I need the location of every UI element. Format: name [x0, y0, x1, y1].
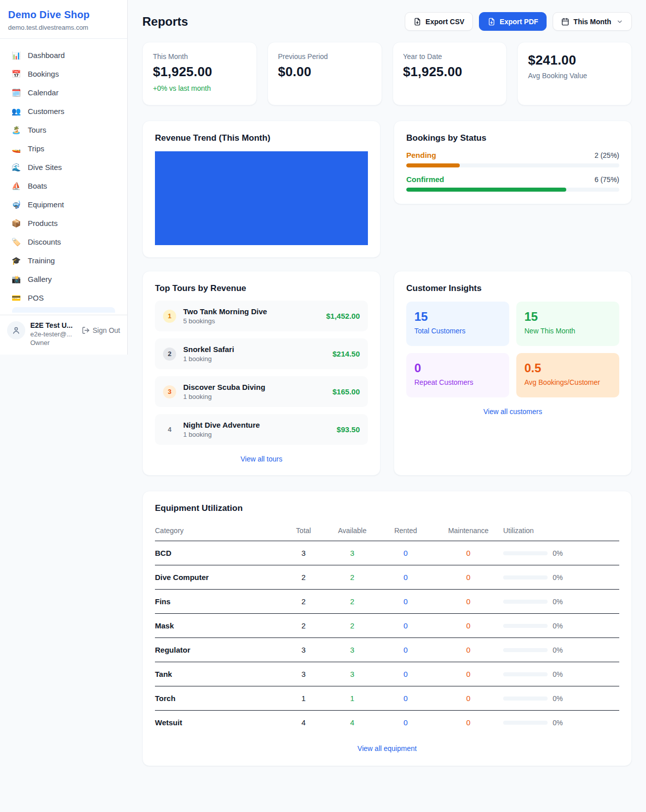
- tour-revenue: $1,452.00: [326, 312, 360, 320]
- sidebar-item-gallery[interactable]: 📸 Gallery: [6, 270, 121, 288]
- status-row-pending: Pending 2 (25%): [406, 151, 619, 167]
- period-dropdown[interactable]: This Month: [553, 12, 632, 31]
- cell-maintenance: 0: [434, 711, 503, 735]
- sidebar-item-training[interactable]: 🎓 Training: [6, 251, 121, 270]
- cell-utilization: 0%: [503, 638, 619, 662]
- insights-row: Top Tours by Revenue 1 Two Tank Morning …: [142, 271, 632, 476]
- sidebar-item-products[interactable]: 📦 Products: [6, 214, 121, 233]
- progress-fill-confirmed: [406, 188, 566, 192]
- cell-rented: 0: [378, 565, 434, 590]
- sidebar-item-dashboard[interactable]: 📊 Dashboard: [6, 46, 121, 65]
- cell-maintenance: 0: [434, 541, 503, 565]
- table-row: Tank 3 3 0 0 0%: [155, 662, 619, 686]
- sidebar-item-reports-clipped[interactable]: [12, 307, 115, 313]
- utilization-bar: [503, 575, 548, 579]
- status-value: 6 (75%): [595, 176, 619, 184]
- tour-name: Night Dive Adventure: [183, 421, 260, 429]
- table-row: Regulator 3 3 0 0 0%: [155, 638, 619, 662]
- top-tours-card: Top Tours by Revenue 1 Two Tank Morning …: [142, 271, 381, 476]
- view-all-customers-link[interactable]: View all customers: [406, 408, 619, 416]
- cell-category: Regulator: [155, 638, 280, 662]
- sidebar-item-equipment[interactable]: 🤿 Equipment: [6, 195, 121, 214]
- tile-value: 0.5: [524, 361, 611, 375]
- tour-bookings-count: 5 bookings: [183, 317, 267, 325]
- cell-category: Fins: [155, 590, 280, 614]
- calendar-icon: 🗓️: [11, 89, 21, 96]
- header-actions: Export CSV Export PDF This Month: [405, 12, 632, 31]
- bookings-by-status-title: Bookings by Status: [406, 133, 619, 143]
- utilization-bar: [503, 624, 548, 628]
- stat-card-this-month: This Month $1,925.00 +0% vs last month: [142, 42, 257, 105]
- brand-block: Demo Dive Shop demo.test.divestreams.com: [0, 0, 127, 39]
- cell-available: 2: [327, 614, 378, 638]
- sidebar-item-label: Discounts: [28, 238, 61, 246]
- tour-bookings-count: 1 booking: [183, 431, 260, 438]
- stat-label: Previous Period: [278, 52, 371, 61]
- sidebar-item-label: Gallery: [28, 275, 52, 283]
- cell-available: 3: [327, 541, 378, 565]
- export-csv-label: Export CSV: [425, 18, 464, 26]
- sidebar-item-pos[interactable]: 💳 POS: [6, 288, 121, 307]
- view-all-tours-link[interactable]: View all tours: [155, 455, 368, 463]
- stat-label: Year to Date: [403, 52, 497, 61]
- column-header-maintenance: Maintenance: [434, 521, 503, 541]
- tile-label: New This Month: [524, 327, 611, 335]
- person-icon: [12, 326, 21, 335]
- tile-new-this-month: 15 New This Month: [516, 302, 619, 346]
- cell-maintenance: 0: [434, 565, 503, 590]
- stat-card-avg-booking-value: $241.00 Avg Booking Value: [517, 42, 632, 105]
- stat-card-year-to-date: Year to Date $1,925.00: [393, 42, 507, 105]
- status-label: Confirmed: [406, 175, 444, 184]
- view-all-equipment-link[interactable]: View all equipment: [155, 744, 619, 752]
- export-pdf-button[interactable]: Export PDF: [479, 12, 547, 31]
- sidebar-item-calendar[interactable]: 🗓️ Calendar: [6, 83, 121, 102]
- utilization-bar: [503, 672, 548, 676]
- diving-mask-icon: 🤿: [11, 201, 21, 208]
- tour-name: Discover Scuba Diving: [183, 383, 265, 391]
- cell-utilization: 0%: [503, 541, 619, 565]
- sign-out-button[interactable]: Sign Out: [82, 326, 120, 334]
- sidebar-item-tours[interactable]: 🏝️ Tours: [6, 121, 121, 139]
- export-csv-button[interactable]: Export CSV: [405, 12, 473, 31]
- status-label: Pending: [406, 151, 436, 159]
- sidebar-item-trips[interactable]: 🚤 Trips: [6, 139, 121, 158]
- tour-row: 2 Snorkel Safari 1 booking $214.50: [155, 338, 368, 369]
- revenue-trend-title: Revenue Trend (This Month): [155, 133, 368, 143]
- cell-rented: 0: [378, 711, 434, 735]
- cell-utilization: 0%: [503, 711, 619, 735]
- sidebar-item-customers[interactable]: 👥 Customers: [6, 102, 121, 121]
- cell-category: Mask: [155, 614, 280, 638]
- utilization-bar: [503, 600, 548, 604]
- tour-revenue: $165.00: [333, 387, 360, 396]
- revenue-trend-bar-chart: [155, 151, 368, 245]
- cell-utilization: 0%: [503, 614, 619, 638]
- cell-rented: 0: [378, 662, 434, 686]
- table-row: Mask 2 2 0 0 0%: [155, 614, 619, 638]
- sidebar-item-bookings[interactable]: 📅 Bookings: [6, 65, 121, 83]
- sidebar-item-dive-sites[interactable]: 🌊 Dive Sites: [6, 158, 121, 177]
- utilization-bar: [503, 648, 548, 652]
- tour-name: Two Tank Morning Dive: [183, 307, 267, 316]
- cell-category: Tank: [155, 662, 280, 686]
- calendar-icon: [561, 18, 569, 26]
- utilization-pct: 0%: [553, 694, 563, 703]
- sidebar-item-discounts[interactable]: 🏷️ Discounts: [6, 233, 121, 251]
- avatar: [7, 321, 25, 339]
- camera-icon: 📸: [11, 275, 21, 283]
- table-row: Fins 2 2 0 0 0%: [155, 590, 619, 614]
- cell-total: 1: [280, 686, 327, 711]
- cell-rented: 0: [378, 686, 434, 711]
- sidebar-item-label: Trips: [28, 144, 44, 153]
- cell-available: 2: [327, 590, 378, 614]
- cell-total: 2: [280, 614, 327, 638]
- cell-utilization: 0%: [503, 662, 619, 686]
- status-value: 2 (25%): [595, 151, 619, 159]
- tile-value: 0: [414, 361, 501, 375]
- sidebar-user-footer: E2E Test U... e2e-tester@... Owner Sign …: [0, 315, 127, 355]
- sidebar-item-boats[interactable]: ⛵ Boats: [6, 177, 121, 195]
- sailboat-icon: ⛵: [11, 182, 21, 190]
- cell-rented: 0: [378, 638, 434, 662]
- file-download-icon: [488, 18, 496, 26]
- cell-maintenance: 0: [434, 614, 503, 638]
- bookings-by-status-card: Bookings by Status Pending 2 (25%) Confi…: [394, 121, 632, 204]
